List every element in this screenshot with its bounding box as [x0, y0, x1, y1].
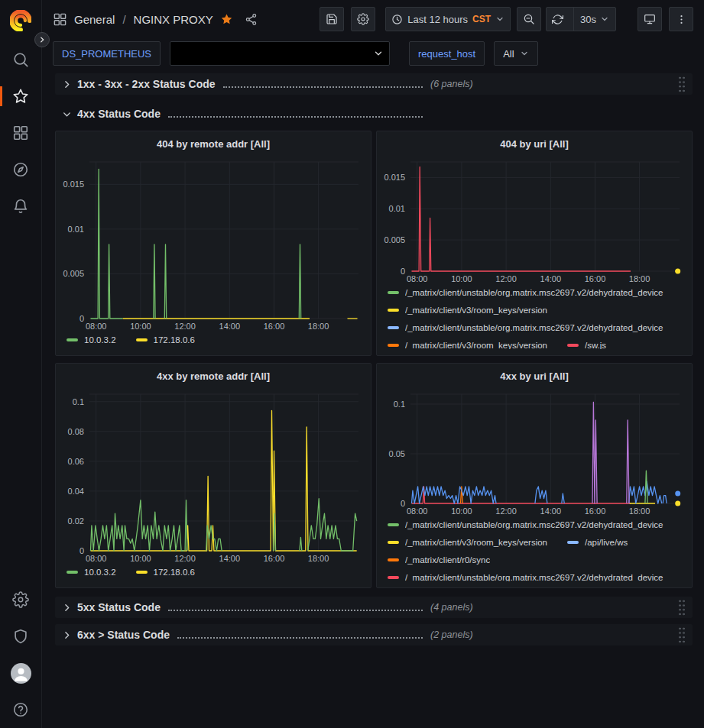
datasource-variable-label[interactable]: DS_PROMETHEUS: [53, 41, 161, 66]
share-icon[interactable]: [245, 13, 258, 26]
sidebar-item-profile[interactable]: [0, 655, 42, 691]
save-dashboard-button[interactable]: [320, 7, 344, 31]
row-header-5xx[interactable]: 5xx Status Code (4 panels): [55, 597, 693, 618]
chevron-down-icon: [495, 15, 504, 24]
variables-bar: DS_PROMETHEUS request_host All: [42, 38, 704, 69]
legend-item[interactable]: /_matrix/client/unstable/org.matrix.msc2…: [388, 288, 663, 297]
sidebar: [0, 0, 42, 728]
legend-item[interactable]: 10.0.3.2: [67, 568, 116, 577]
zoom-out-button[interactable]: [517, 7, 541, 31]
legend-label: /_matrix/client/unstable/org.matrix.msc2…: [405, 520, 663, 529]
row-dotted-leader: [168, 116, 423, 118]
series-line: [412, 167, 631, 271]
panel-title[interactable]: 404 by uri [All]: [383, 134, 686, 154]
legend-swatch: [388, 291, 399, 294]
y-axis-tick-label: 0: [79, 314, 84, 323]
sidebar-item-configuration[interactable]: [0, 581, 42, 618]
panel-title[interactable]: 404 by remote addr [All]: [62, 134, 365, 154]
y-axis-tick-label: 0.015: [384, 173, 405, 182]
legend-label: /_matrix/client/unstable/org.matrix.msc2…: [405, 288, 663, 297]
legend-label: /_matrix/client/v3/room_keys/version: [405, 341, 547, 349]
series-end-dot: [675, 268, 680, 273]
row-header-4xx[interactable]: 4xx Status Code: [55, 103, 693, 125]
favorite-star-icon[interactable]: [220, 13, 233, 26]
x-axis-tick-label: 16:00: [264, 322, 285, 331]
shield-icon: [12, 628, 29, 645]
row-drag-handle[interactable]: [678, 599, 686, 616]
legend-item[interactable]: /sw.js: [567, 341, 606, 349]
y-axis-tick-label: 0.04: [68, 487, 84, 496]
request-host-variable-label[interactable]: request_host: [409, 41, 485, 66]
person-icon: [11, 663, 31, 684]
legend-item[interactable]: /_matrix/client/unstable/org.matrix.msc2…: [388, 323, 663, 332]
refresh-interval-label: 30s: [580, 14, 596, 25]
series-end-dot: [675, 500, 680, 506]
legend-item[interactable]: /_matrix/client/v3/room_keys/version: [388, 341, 547, 349]
y-axis-tick-label: 0.02: [68, 516, 84, 526]
sidebar-item-search[interactable]: [0, 41, 42, 78]
row-header-6xx[interactable]: 6xx > Status Code (2 panels): [55, 624, 693, 645]
compass-icon: [12, 161, 29, 178]
x-axis-tick-label: 16:00: [264, 554, 285, 563]
chart-canvas[interactable]: 00.050.108:0010:0012:0014:0016:0018:00: [383, 387, 686, 516]
datasource-select[interactable]: [170, 41, 390, 66]
sidebar-item-dashboards[interactable]: [0, 115, 42, 151]
legend-label: /_matrix/client/r0/sync: [405, 555, 490, 565]
legend-swatch: [388, 344, 399, 347]
toolbar: Last 12 hours CST 30s: [320, 7, 693, 31]
sidebar-expand-button[interactable]: [34, 32, 50, 47]
chart-canvas[interactable]: 00.0050.010.01508:0010:0012:0014:0016:00…: [383, 154, 686, 284]
legend-item[interactable]: 172.18.0.6: [136, 335, 195, 345]
legend-item[interactable]: /_matrix/client/v3/room_keys/version: [388, 538, 547, 547]
refresh-button[interactable]: 30s: [546, 7, 616, 31]
legend-label: /_matrix/client/unstable/org.matrix.msc2…: [405, 323, 663, 332]
cycle-view-mode-button[interactable]: [637, 7, 662, 31]
series-end-dot: [675, 490, 680, 496]
y-axis-tick-label: 0.1: [73, 397, 84, 406]
row-drag-handle[interactable]: [678, 626, 686, 643]
legend-item[interactable]: /_matrix/client/v3/room_keys/version: [388, 306, 547, 315]
dashboard-grid-icon: [53, 12, 67, 27]
x-axis-tick-label: 08:00: [86, 322, 107, 331]
x-axis-tick-label: 10:00: [130, 554, 151, 563]
legend-item[interactable]: 172.18.0.6: [136, 568, 195, 577]
legend-item[interactable]: 10.0.3.2: [67, 335, 116, 345]
sidebar-item-alerting[interactable]: [0, 188, 42, 225]
legend-item[interactable]: /_matrix/client/unstable/org.matrix.msc2…: [388, 573, 663, 581]
sidebar-item-starred[interactable]: [0, 78, 42, 115]
sidebar-item-help[interactable]: [0, 691, 42, 728]
row-title: 1xx - 3xx - 2xx Status Code: [77, 78, 216, 90]
chart-canvas[interactable]: 00.020.040.060.080.108:0010:0012:0014:00…: [62, 387, 365, 563]
request-host-select[interactable]: All: [494, 41, 537, 66]
dashboard-settings-button[interactable]: [351, 7, 375, 31]
x-axis-tick-label: 16:00: [585, 506, 606, 516]
grafana-logo-icon: [10, 10, 31, 31]
more-options-button[interactable]: [669, 7, 693, 31]
x-axis-tick-label: 18:00: [308, 554, 329, 563]
refresh-interval-dropdown[interactable]: 30s: [573, 8, 612, 31]
sidebar-item-server-admin[interactable]: [0, 618, 42, 655]
sidebar-item-explore[interactable]: [0, 151, 42, 188]
panel: 4xx by remote addr [All]00.020.040.060.0…: [55, 363, 371, 588]
row-title: 5xx Status Code: [77, 601, 161, 613]
chart-canvas[interactable]: 00.0050.010.01508:0010:0012:0014:0016:00…: [62, 154, 365, 331]
legend-item[interactable]: /_matrix/client/r0/sync: [388, 555, 490, 565]
panel-title[interactable]: 4xx by uri [All]: [383, 367, 686, 387]
panel: 404 by uri [All]00.0050.010.01508:0010:0…: [376, 131, 693, 356]
x-axis-tick-label: 14:00: [219, 322, 241, 331]
row-drag-handle[interactable]: [678, 76, 686, 92]
time-range-picker[interactable]: Last 12 hours CST: [385, 7, 511, 31]
request-host-value: All: [503, 48, 514, 60]
row-header-1xx-3xx-2xx[interactable]: 1xx - 3xx - 2xx Status Code (6 panels): [55, 73, 693, 95]
zoom-out-icon: [523, 13, 535, 25]
y-axis-tick-label: 0: [401, 499, 405, 508]
panel-title[interactable]: 4xx by remote addr [All]: [62, 367, 365, 387]
legend-label: 10.0.3.2: [84, 568, 116, 577]
legend-item[interactable]: /_matrix/client/unstable/org.matrix.msc2…: [388, 520, 663, 529]
legend-item[interactable]: /api/live/ws: [567, 538, 628, 547]
series-line: [412, 487, 631, 503]
breadcrumb-section[interactable]: General: [74, 13, 115, 26]
legend-swatch: [67, 571, 78, 574]
dashboard-content: 1xx - 3xx - 2xx Status Code (6 panels) 4…: [42, 73, 704, 645]
breadcrumb: General / NGINX PROXY: [53, 12, 258, 27]
